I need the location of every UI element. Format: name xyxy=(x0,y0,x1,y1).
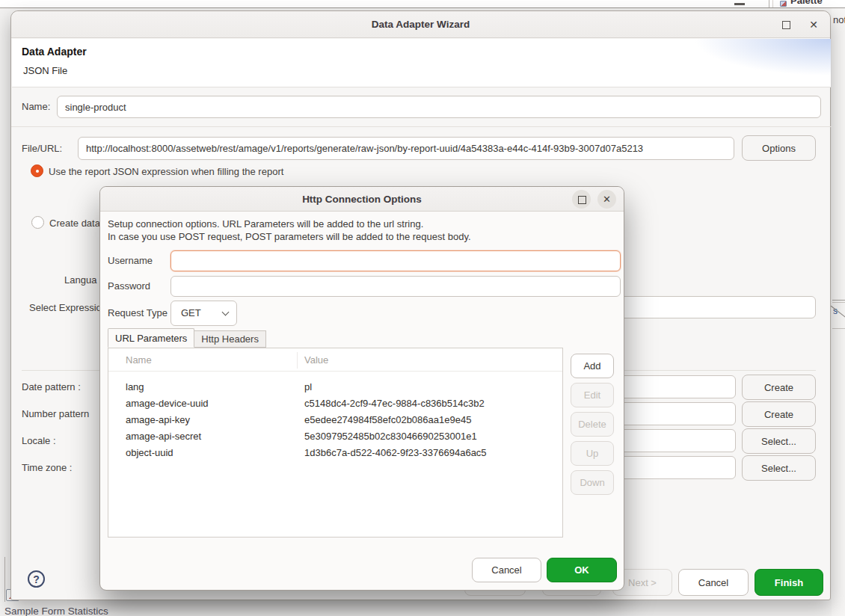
table-row[interactable]: amage-device-uuid c5148dc4-2cf9-47ec-988… xyxy=(108,395,562,412)
create-data-label[interactable]: Create data xyxy=(49,217,100,230)
file-url-label: File/URL: xyxy=(22,137,62,160)
number-pattern-create-button[interactable]: Create xyxy=(742,401,816,427)
param-value: 1d3b6c7a-d522-4062-9f23-3376694a6ac5 xyxy=(304,445,487,461)
edit-button[interactable]: Edit xyxy=(571,383,614,407)
table-row[interactable]: amage-api-secret 5e3097952485b02c8304669… xyxy=(108,428,562,445)
parameters-tabbar: URL Parameters Http Headers xyxy=(108,328,266,348)
date-pattern-create-button[interactable]: Create xyxy=(742,375,816,400)
wizard-header-banner: Data Adapter JSON File xyxy=(12,39,831,87)
name-input[interactable] xyxy=(57,96,821,118)
url-parameters-table: Name Value lang pl amage-device-uuid c51… xyxy=(108,348,563,538)
http-connection-options-dialog: Http Connection Options ✕ Setup connecti… xyxy=(99,186,624,591)
param-value: 5e3097952485b02c83046690253001e1 xyxy=(304,428,477,445)
divider xyxy=(832,300,845,301)
chevron-down-icon xyxy=(222,309,230,316)
dialog-titlebar[interactable]: Http Connection Options ✕ xyxy=(100,187,624,212)
description-line-2: In case you use POST request, POST param… xyxy=(108,231,471,244)
tab-url-parameters[interactable]: URL Parameters xyxy=(108,328,194,348)
background-window-edge xyxy=(4,557,5,602)
table-header: Name Value xyxy=(108,348,562,372)
table-row[interactable]: lang pl xyxy=(108,379,562,395)
maximize-icon[interactable] xyxy=(782,21,790,29)
date-pattern-label: Date pattern : xyxy=(22,375,81,398)
page-title: Data Adapter xyxy=(22,46,87,58)
delete-button[interactable]: Delete xyxy=(571,412,614,437)
request-type-label: Request Type xyxy=(108,301,168,326)
username-input[interactable] xyxy=(170,250,621,271)
add-button[interactable]: Add xyxy=(571,354,614,378)
divider xyxy=(772,0,773,8)
locale-select-button[interactable]: Select... xyxy=(742,428,816,454)
column-header-name[interactable]: Name xyxy=(126,348,152,372)
palette-icon xyxy=(780,1,787,7)
column-divider xyxy=(297,352,298,369)
wizard-title: Data Adapter Wizard xyxy=(11,11,830,38)
username-label: Username xyxy=(108,250,153,271)
up-button[interactable]: Up xyxy=(571,441,614,466)
use-report-json-expression-radio[interactable] xyxy=(31,164,43,177)
down-button[interactable]: Down xyxy=(571,470,614,495)
divider xyxy=(11,126,832,127)
help-icon[interactable]: ? xyxy=(28,570,45,588)
request-type-value: GET xyxy=(181,301,201,325)
description-line-1: Setup connection options. URL Parameters… xyxy=(108,218,471,231)
wizard-cancel-button[interactable]: Cancel xyxy=(678,569,749,596)
password-input[interactable] xyxy=(170,276,621,297)
timezone-select-button[interactable]: Select... xyxy=(742,455,816,481)
maximize-icon[interactable] xyxy=(572,190,591,209)
page-subtitle: JSON File xyxy=(23,65,67,76)
locale-label: Locale : xyxy=(22,429,56,452)
timezone-label: Time zone : xyxy=(22,456,72,479)
file-url-input[interactable] xyxy=(78,137,734,160)
param-name: amage-api-secret xyxy=(126,428,201,445)
password-label: Password xyxy=(108,276,150,297)
param-name: amage-api-key xyxy=(126,412,190,428)
language-label-fragment: Langua xyxy=(64,274,96,286)
param-name: lang xyxy=(126,379,144,395)
dialog-cancel-button[interactable]: Cancel xyxy=(472,558,541,582)
palette-note-label-fragment: not xyxy=(833,14,845,25)
dialog-title: Http Connection Options xyxy=(100,187,624,212)
options-button[interactable]: Options xyxy=(742,135,816,161)
param-value: c5148dc4-2cf9-47ec-9884-c836b514c3b2 xyxy=(304,395,485,412)
table-row[interactable]: amage-api-key e5edee274984f58efc02b086aa… xyxy=(108,412,562,428)
banner-decoration xyxy=(606,39,831,87)
statusbar-text-fragment: Sample Form Statistics xyxy=(4,606,108,616)
finish-button[interactable]: Finish xyxy=(755,569,823,596)
divider xyxy=(832,302,845,303)
wizard-titlebar[interactable]: Data Adapter Wizard ✕ xyxy=(11,11,830,38)
background-window-top-strip: Palette xyxy=(0,0,845,8)
request-type-dropdown[interactable]: GET xyxy=(170,301,237,326)
number-pattern-label-fragment: Number pattern xyxy=(22,402,89,425)
dialog-description: Setup connection options. URL Parameters… xyxy=(108,218,471,243)
param-value: pl xyxy=(304,379,312,395)
divider xyxy=(832,328,845,329)
ok-button[interactable]: OK xyxy=(547,558,617,582)
select-expression-label-fragment: Select Expressio xyxy=(29,302,102,313)
tab-http-headers[interactable]: Http Headers xyxy=(194,330,266,348)
column-header-value[interactable]: Value xyxy=(304,348,328,372)
name-label: Name: xyxy=(22,96,50,118)
use-report-json-expression-label[interactable]: Use the report JSON expression when fill… xyxy=(49,165,283,178)
param-value: e5edee274984f58efc02b086aa1e9e45 xyxy=(304,412,471,428)
minimize-icon[interactable] xyxy=(734,3,745,5)
close-icon[interactable]: ✕ xyxy=(806,17,821,32)
palette-view-label: Palette xyxy=(790,0,823,6)
divider xyxy=(769,0,769,8)
close-icon[interactable]: ✕ xyxy=(597,190,616,209)
param-name: amage-device-uuid xyxy=(126,395,209,412)
create-data-radio[interactable] xyxy=(31,216,44,229)
param-name: object-uuid xyxy=(126,445,173,461)
table-row[interactable]: object-uuid 1d3b6c7a-d522-4062-9f23-3376… xyxy=(108,445,562,461)
